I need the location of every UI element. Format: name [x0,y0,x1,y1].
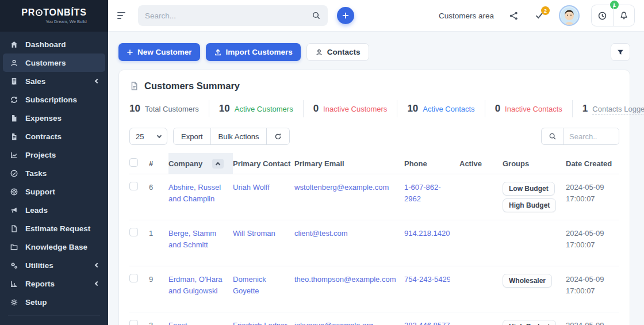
sidebar-item-knowledge-base[interactable]: Knowledge Base [3,238,105,256]
sidebar-item-label: Setup [25,298,47,307]
todo-check-icon[interactable]: 2 [535,11,544,20]
contract-icon [9,132,18,141]
home-icon [9,40,18,49]
email-link[interactable]: client@test.com [294,229,348,238]
time-created: 17:00:07 [566,239,614,251]
stat-contacts-logged-in[interactable]: 1 Contacts Logged In ... [582,103,644,114]
row-checkbox[interactable] [129,228,138,236]
sidebar-item-support[interactable]: Support [3,182,105,201]
reload-button[interactable] [266,128,289,144]
group-pill[interactable]: High Budget [503,320,556,325]
date-created: 2024-05-09 [566,320,614,325]
sidebar-item-label: Sales [25,77,45,86]
sidebar-item-label: Reports [25,280,55,288]
global-search[interactable] [138,5,328,26]
sidebar-item-estimate-request[interactable]: Estimate Request [3,219,105,238]
company-link[interactable]: Abshire, Russel and Champlin [168,183,221,203]
contact-link[interactable]: Will Stroman [233,229,275,238]
share-icon[interactable] [509,11,519,21]
import-customers-button[interactable]: Import Customers [206,43,301,61]
sidebar-item-reports[interactable]: Reports [3,274,105,293]
table-row: 1 Berge, Stamm and Schmitt Will Stroman … [129,220,619,266]
row-id: 9 [149,275,153,284]
refresh-icon [274,133,282,140]
sidebar-item-contracts[interactable]: Contracts [3,127,105,146]
new-customer-button[interactable]: New Customer [118,43,200,61]
table-row: 3 Feest, McDermott and Trantow Friedrich… [129,312,619,325]
group-pill[interactable]: Low Budget [503,182,555,196]
email-link[interactable]: theo.thompson@example.com [294,275,396,284]
file-icon [9,113,18,123]
phone-link[interactable]: 1-607-862-2962 [404,183,441,203]
notifications-bell-icon[interactable] [613,5,634,26]
sidebar-item-tasks[interactable]: Tasks [3,164,105,182]
email-link[interactable]: wstoltenberg@example.com [294,183,389,192]
avatar[interactable] [559,5,580,26]
header-phone[interactable]: Phone [404,153,459,174]
bulk-actions-button[interactable]: Bulk Actions [210,128,267,144]
header-company[interactable]: Company [168,153,233,174]
sidebar-item-expenses[interactable]: Expenses [3,109,105,127]
sidebar-item-leads[interactable]: Leads [3,201,105,219]
sidebar-toggle-icon[interactable] [117,12,125,19]
phone-link[interactable]: 914.218.1420 [404,229,450,238]
sidebar-item-customers[interactable]: Customers [3,53,105,72]
date-created: 2024-05-09 [566,228,614,239]
chevron-left-icon [95,79,99,83]
sidebar-item-label: Estimate Request [25,224,90,233]
time-created: 17:00:07 [566,193,614,205]
sidebar-item-sales[interactable]: Sales [3,72,105,90]
header-date-created[interactable]: Date Created [566,153,619,174]
refresh-icon [9,95,18,104]
row-checkbox[interactable] [129,182,138,190]
row-checkbox[interactable] [129,274,138,282]
select-all-checkbox[interactable] [129,158,138,167]
brand-tagline: You Dream, We Build [45,19,86,24]
megaphone-icon [9,205,18,215]
stat-inactive-customers: 0 Inactive Customers [313,103,388,114]
summary-stats: 10 Total Customers 10 Active Customers 0… [129,100,619,117]
group-pill[interactable]: High Budget [503,198,556,212]
global-search-input[interactable] [145,12,312,20]
filter-button[interactable] [611,43,630,61]
contact-link[interactable]: Friedrich Ledner [233,321,288,325]
email-link[interactable]: jokuneva@example.org [294,321,373,325]
document-icon [129,81,139,91]
gear-icon [9,297,18,307]
page-size-select[interactable]: 25 [129,128,167,145]
header-id[interactable]: # [149,153,168,174]
contact-link[interactable]: Uriah Wolff [233,183,270,192]
sidebar-item-dashboard[interactable]: Dashboard [3,35,105,53]
quick-create-button[interactable] [337,7,354,24]
sidebar-item-seo-optimization[interactable]: SEO Optimization [3,320,105,325]
phone-link[interactable]: 283.446.8577 [404,321,450,325]
stat-total-customers: 10 Total Customers [129,103,199,114]
header-primary-contact[interactable]: Primary Contact [233,153,294,174]
sidebar-item-setup[interactable]: Setup [3,293,105,311]
export-button[interactable]: Export [174,128,210,144]
search-icon[interactable] [542,128,564,144]
chart-line-icon [9,150,18,159]
timers-clock-icon[interactable]: 1 [592,5,613,26]
sidebar-item-projects[interactable]: Projects [3,146,105,164]
logo[interactable]: PRTONBÍTS You Dream, We Build [0,0,108,32]
header-active[interactable]: Active [459,153,503,174]
chevron-left-icon [95,263,99,267]
sidebar-item-utilities[interactable]: Utilities [3,256,105,274]
sidebar-item-subscriptions[interactable]: Subscriptions [3,90,105,109]
company-link[interactable]: Berge, Stamm and Schmitt [168,229,216,249]
row-checkbox[interactable] [129,320,138,325]
search-icon[interactable] [312,11,321,20]
company-link[interactable]: Feest, McDermott and Trantow [168,321,220,325]
company-link[interactable]: Erdman, O'Hara and Gulgowski [168,275,223,295]
phone-link[interactable]: 754-243-5429 [404,275,451,284]
group-pill[interactable]: Wholesaler [503,274,552,288]
header-groups[interactable]: Groups [503,153,566,174]
contact-link[interactable]: Domenick Goyette [233,275,266,295]
table-search-input[interactable] [564,128,619,144]
header-primary-email[interactable]: Primary Email [294,153,404,174]
sidebar: PRTONBÍTS You Dream, We Build Dashboard … [0,0,108,325]
sidebar-divider [8,315,100,316]
sort-asc-icon[interactable] [212,159,224,169]
contacts-button[interactable]: Contacts [306,43,369,61]
